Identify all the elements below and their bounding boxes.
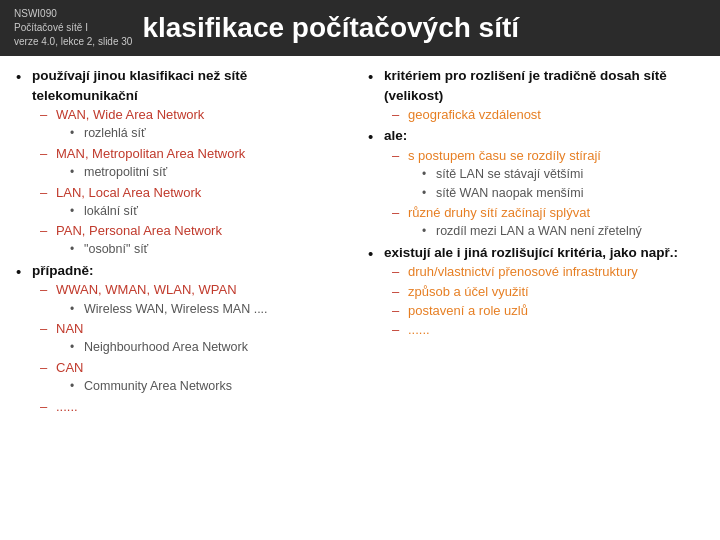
right-column: kritériem pro rozlišení je tradičně dosa… [368, 66, 704, 532]
sub-list: geografická vzdálenost [392, 106, 704, 124]
item-text: lokální síť [84, 204, 138, 218]
header: NSWI090 Počítačové sítě I verze 4.0, lek… [0, 0, 720, 56]
item-text: rozdíl mezi LAN a WAN není zřetelný [436, 224, 642, 238]
list-item: ...... [40, 398, 352, 416]
list-item: PAN, Personal Area Network "osobní" síť [40, 222, 352, 259]
list-item: WAN, Wide Area Network rozlehlá síť [40, 106, 352, 143]
item-text: existují ale i jiná rozlišující kritéria… [384, 245, 678, 260]
header-meta: NSWI090 Počítačové sítě I verze 4.0, lek… [14, 7, 132, 49]
list-item: CAN Community Area Networks [40, 359, 352, 396]
sub-sub-list: lokální síť [70, 203, 352, 221]
item-text: ale: [384, 128, 407, 143]
list-item: lokální síť [70, 203, 352, 221]
sub-sub-list: Wireless WAN, Wireless MAN .... [70, 301, 352, 319]
item-text: rozlehlá síť [84, 126, 146, 140]
list-item: "osobní" síť [70, 241, 352, 259]
item-text: Wireless WAN, Wireless MAN .... [84, 302, 268, 316]
course-name: Počítačové sítě I [14, 21, 132, 35]
sub-sub-list: "osobní" síť [70, 241, 352, 259]
item-text: druh/vlastnictví přenosové infrastruktur… [408, 264, 638, 279]
item-text: "osobní" síť [84, 242, 148, 256]
list-item: sítě LAN se stávají většími [422, 166, 704, 184]
list-item: MAN, Metropolitan Area Network metropoli… [40, 145, 352, 182]
course-code: NSWI090 [14, 7, 132, 21]
list-item: kritériem pro rozlišení je tradičně dosa… [368, 66, 704, 124]
page-title: klasifikace počítačových sítí [142, 12, 519, 44]
item-text: metropolitní síť [84, 165, 167, 179]
item-text: různé druhy sítí začínají splývat [408, 205, 590, 220]
item-text: případně: [32, 263, 94, 278]
list-item: LAN, Local Area Network lokální síť [40, 184, 352, 221]
version: verze 4.0, lekce 2, slide 30 [14, 35, 132, 49]
list-item: geografická vzdálenost [392, 106, 704, 124]
sub-sub-list: Community Area Networks [70, 378, 352, 396]
item-text: geografická vzdálenost [408, 107, 541, 122]
item-text: kritériem pro rozlišení je tradičně dosa… [384, 68, 667, 103]
item-text: CAN [56, 360, 83, 375]
list-item: Wireless WAN, Wireless MAN .... [70, 301, 352, 319]
sub-list: WWAN, WMAN, WLAN, WPAN Wireless WAN, Wir… [40, 281, 352, 415]
item-text: NAN [56, 321, 83, 336]
item-text: způsob a účel využití [408, 284, 529, 299]
right-list: kritériem pro rozlišení je tradičně dosa… [368, 66, 704, 339]
sub-list: druh/vlastnictví přenosové infrastruktur… [392, 263, 704, 339]
content-area: používají jinou klasifikaci než sítě tel… [0, 56, 720, 540]
item-text: používají jinou klasifikaci než sítě tel… [32, 68, 247, 103]
neighbourhood-area-network: Neighbourhood Area Network [84, 340, 248, 354]
list-item: Neighbourhood Area Network [70, 339, 352, 357]
sub-sub-list: metropolitní síť [70, 164, 352, 182]
sub-sub-list: rozdíl mezi LAN a WAN není zřetelný [422, 223, 704, 241]
list-item: rozdíl mezi LAN a WAN není zřetelný [422, 223, 704, 241]
item-text: postavení a role uzlů [408, 303, 528, 318]
list-item: případně: WWAN, WMAN, WLAN, WPAN Wireles… [16, 261, 352, 416]
item-text: LAN, Local Area Network [56, 185, 201, 200]
left-list: používají jinou klasifikaci než sítě tel… [16, 66, 352, 416]
sub-sub-list: Neighbourhood Area Network [70, 339, 352, 357]
sub-list: s postupem času se rozdíly stírají sítě … [392, 147, 704, 241]
sub-sub-list: sítě LAN se stávají většími sítě WAN nao… [422, 166, 704, 202]
list-item: existují ale i jiná rozlišující kritéria… [368, 243, 704, 339]
list-item: metropolitní síť [70, 164, 352, 182]
item-text: sítě WAN naopak menšími [436, 186, 584, 200]
list-item: s postupem času se rozdíly stírají sítě … [392, 147, 704, 202]
list-item: sítě WAN naopak menšími [422, 185, 704, 203]
community-area-networks: Community Area Networks [84, 379, 232, 393]
list-item: NAN Neighbourhood Area Network [40, 320, 352, 357]
left-column: používají jinou klasifikaci než sítě tel… [16, 66, 352, 532]
sub-sub-list: rozlehlá síť [70, 125, 352, 143]
item-text: WWAN, WMAN, WLAN, WPAN [56, 282, 237, 297]
list-item: ...... [392, 321, 704, 339]
list-item: používají jinou klasifikaci než sítě tel… [16, 66, 352, 259]
list-item: Community Area Networks [70, 378, 352, 396]
item-text: ...... [56, 399, 78, 414]
list-item: postavení a role uzlů [392, 302, 704, 320]
item-text: s postupem času se rozdíly stírají [408, 148, 601, 163]
list-item: druh/vlastnictví přenosové infrastruktur… [392, 263, 704, 281]
list-item: WWAN, WMAN, WLAN, WPAN Wireless WAN, Wir… [40, 281, 352, 318]
list-item: rozlehlá síť [70, 125, 352, 143]
list-item: ale: s postupem času se rozdíly stírají … [368, 126, 704, 240]
sub-list: WAN, Wide Area Network rozlehlá síť MAN,… [40, 106, 352, 259]
item-text: WAN, Wide Area Network [56, 107, 204, 122]
list-item: způsob a účel využití [392, 283, 704, 301]
list-item: různé druhy sítí začínají splývat rozdíl… [392, 204, 704, 241]
item-text: ...... [408, 322, 430, 337]
item-text: PAN, Personal Area Network [56, 223, 222, 238]
item-text: sítě LAN se stávají většími [436, 167, 583, 181]
item-text: MAN, Metropolitan Area Network [56, 146, 245, 161]
